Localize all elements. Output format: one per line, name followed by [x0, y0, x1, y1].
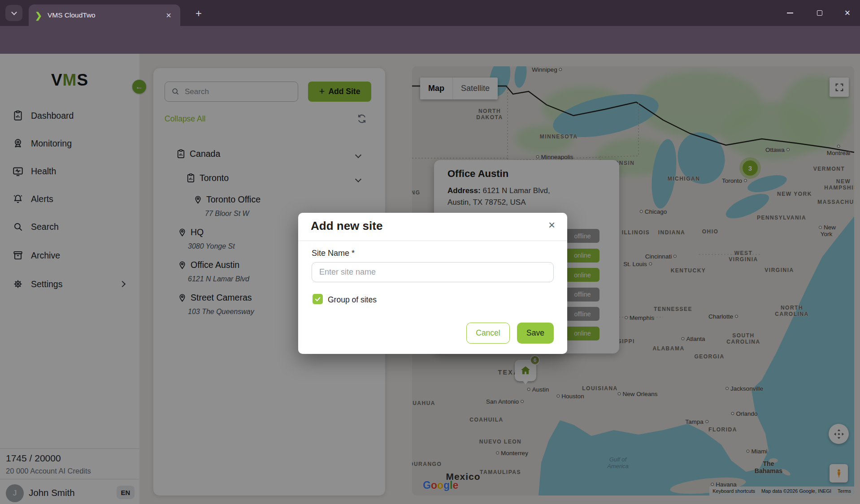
site-name-label: Site Name * — [312, 249, 355, 258]
save-button[interactable]: Save — [517, 323, 554, 344]
tab-close-icon[interactable]: × — [163, 10, 174, 21]
screen: ❯ VMS CloudTwo × + × ← → cloudtwo-prod.v… — [0, 0, 860, 504]
group-of-sites-label: Group of sites — [328, 295, 377, 305]
tab-search-button[interactable] — [5, 5, 22, 21]
window-maximize-button[interactable] — [807, 0, 832, 26]
chevron-down-icon — [11, 9, 17, 15]
modal-title: Add new site — [311, 219, 382, 233]
modal-close-button[interactable]: × — [548, 219, 555, 231]
window-close-button[interactable]: × — [835, 0, 860, 26]
site-name-input[interactable] — [312, 262, 554, 282]
window-minimize-button[interactable] — [777, 0, 803, 26]
group-of-sites-checkbox[interactable] — [313, 294, 323, 304]
cancel-button[interactable]: Cancel — [466, 323, 510, 344]
browser-tab[interactable]: ❯ VMS CloudTwo × — [29, 4, 180, 26]
new-tab-button[interactable]: + — [192, 7, 205, 20]
browser-toolbar: ← → cloudtwo-prod.vxgdemo.cloud-vms.com/… — [0, 26, 860, 54]
modal-divider — [298, 241, 567, 241]
add-site-modal: Add new site × Site Name * Group of site… — [298, 213, 567, 354]
check-icon — [314, 296, 321, 302]
browser-tabstrip: ❯ VMS CloudTwo × + × — [0, 0, 860, 26]
vms-favicon-icon: ❯ — [35, 10, 42, 21]
tab-title: VMS CloudTwo — [48, 11, 163, 19]
